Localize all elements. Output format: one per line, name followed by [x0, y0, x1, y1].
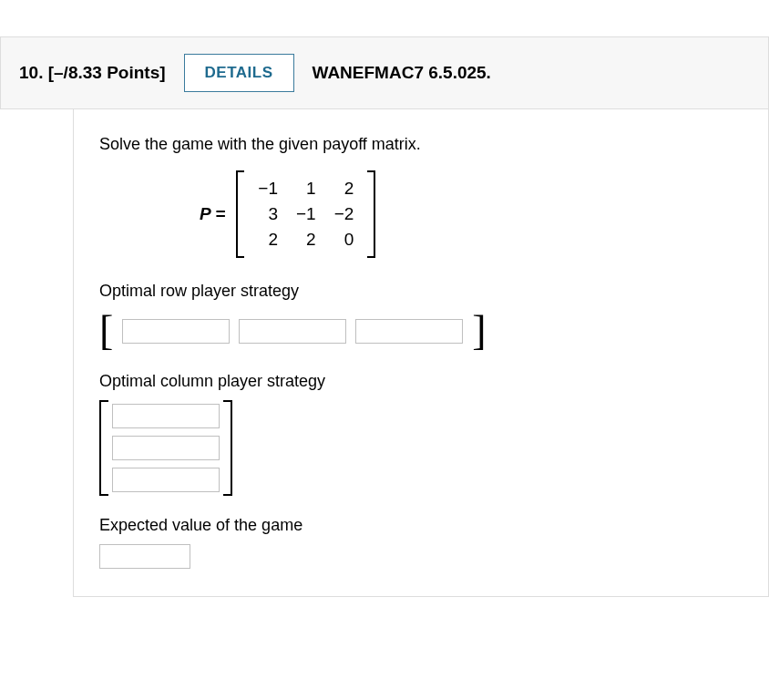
- row-strategy-input-3[interactable]: [355, 319, 463, 344]
- left-bracket-icon: [236, 170, 244, 258]
- matrix-cell: 2: [325, 176, 364, 201]
- expected-value-label: Expected value of the game: [99, 516, 741, 535]
- matrix-cell: −1: [287, 201, 325, 227]
- matrix-cell: −2: [325, 201, 364, 227]
- matrix-cell: 2: [287, 227, 325, 252]
- matrix-cell: 3: [249, 201, 287, 227]
- matrix-cell: −1: [249, 176, 287, 201]
- row-strategy-inputs: [ ]: [99, 310, 741, 352]
- question-reference: WANEFMAC7 6.5.025.: [313, 63, 491, 83]
- col-strategy-inputs: [99, 400, 741, 496]
- question-points: [–/8.33 Points]: [48, 63, 166, 82]
- question-number-points: 10. [–/8.33 Points]: [19, 63, 166, 83]
- right-bracket-icon: [223, 400, 232, 496]
- col-strategy-input-3[interactable]: [112, 468, 220, 492]
- col-strategy-label: Optimal column player strategy: [99, 372, 741, 391]
- question-content: Solve the game with the given payoff mat…: [73, 109, 769, 597]
- matrix-label: P =: [200, 204, 225, 224]
- row-strategy-input-2[interactable]: [239, 319, 346, 344]
- col-strategy-input-2[interactable]: [112, 436, 220, 460]
- right-bracket-icon: ]: [472, 310, 486, 352]
- matrix-cell: 0: [325, 227, 364, 252]
- col-strategy-input-1[interactable]: [112, 404, 220, 428]
- expected-value-input[interactable]: [99, 544, 190, 569]
- matrix-cell: 1: [287, 176, 325, 201]
- payoff-matrix-block: P = −1 1 2 3 −1 −2 2 2 0: [200, 170, 741, 258]
- row-strategy-input-1[interactable]: [122, 319, 230, 344]
- instruction-text: Solve the game with the given payoff mat…: [99, 135, 741, 154]
- left-bracket-icon: [: [99, 310, 113, 352]
- left-bracket-icon: [99, 400, 108, 496]
- row-strategy-label: Optimal row player strategy: [99, 282, 741, 301]
- details-button[interactable]: DETAILS: [184, 54, 294, 92]
- question-header: 10. [–/8.33 Points] DETAILS WANEFMAC7 6.…: [0, 36, 769, 109]
- payoff-matrix: −1 1 2 3 −1 −2 2 2 0: [236, 170, 375, 258]
- question-number: 10.: [19, 63, 43, 82]
- right-bracket-icon: [367, 170, 375, 258]
- matrix-cell: 2: [249, 227, 287, 252]
